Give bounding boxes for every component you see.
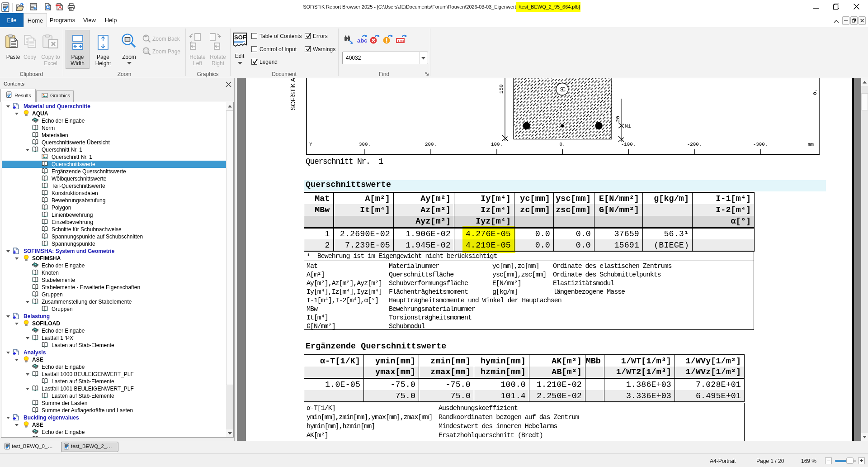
svg-text:-300.: -300. (753, 142, 768, 147)
svg-text:M1: M1 (625, 123, 631, 129)
svg-text:Y: Y (309, 142, 312, 147)
svg-text:1.03: 1.03 (398, 39, 404, 43)
svg-text:-100.: -100. (621, 142, 636, 147)
svg-text:150: 150 (498, 84, 504, 94)
svg-text:-200.: -200. (687, 142, 702, 147)
svg-text:SOFiSTiK AG Oberschleißheim: SOFiSTiK AG Oberschleißheim (289, 78, 297, 110)
svg-text:mm: mm (808, 142, 814, 147)
svg-text:20: 20 (615, 116, 621, 122)
svg-text:200.: 200. (425, 142, 437, 147)
svg-text:0.: 0. (812, 89, 818, 95)
svg-text:abc: abc (357, 37, 367, 44)
svg-text:300.: 300. (359, 142, 371, 147)
svg-text:SOF: SOF (234, 34, 246, 41)
svg-text:100.: 100. (491, 142, 503, 147)
svg-text:0.: 0. (560, 142, 566, 147)
